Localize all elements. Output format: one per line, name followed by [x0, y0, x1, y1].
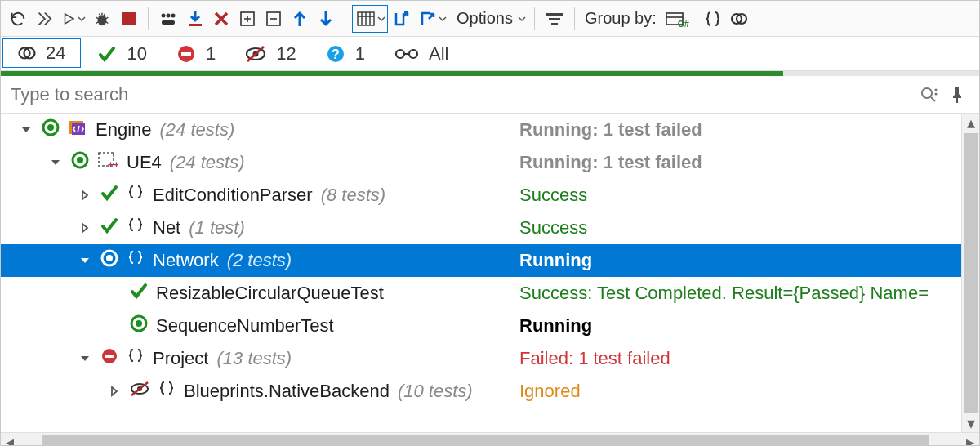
- filter-icon[interactable]: [541, 5, 568, 33]
- node-meta: (2 tests): [227, 250, 292, 271]
- svg-point-35: [77, 157, 83, 163]
- node-name: Project: [153, 348, 208, 369]
- horizontal-scrollbar[interactable]: ◂ ▸: [1, 432, 979, 446]
- tree-row-ue4[interactable]: ++UE4(24 tests)Running: 1 test failed: [1, 146, 979, 179]
- filter-total-count: 24: [46, 42, 65, 64]
- scroll-down-icon[interactable]: ▾: [962, 414, 979, 432]
- question-icon: ?: [326, 44, 345, 64]
- search-options-icon[interactable]: [915, 81, 943, 109]
- status-running-icon: [42, 118, 60, 141]
- expander-down-icon[interactable]: [78, 351, 92, 366]
- expander-down-icon[interactable]: [19, 123, 33, 137]
- stop-icon[interactable]: [117, 5, 141, 33]
- status-running-icon: [100, 249, 118, 272]
- search-input[interactable]: [9, 83, 915, 106]
- vs-project-icon: [68, 118, 87, 141]
- status-passed-icon: [100, 184, 118, 207]
- prev-failed-icon[interactable]: [287, 5, 312, 33]
- node-meta: (13 tests): [216, 348, 292, 369]
- tree-row-project[interactable]: Project(13 tests)Failed: 1 test failed: [1, 342, 979, 375]
- group-project-icon[interactable]: C#: [662, 5, 699, 33]
- run-tests-button[interactable]: [58, 5, 87, 33]
- vertical-scrollbar[interactable]: ▴ ▾: [961, 114, 979, 432]
- svg-point-4: [172, 13, 176, 17]
- scroll-left-icon[interactable]: ◂: [1, 432, 19, 447]
- status-passed-icon: [130, 282, 148, 305]
- expander-right-icon[interactable]: [78, 188, 92, 203]
- options-dropdown[interactable]: Options: [450, 5, 528, 33]
- filter-unknown-count: 1: [355, 43, 365, 65]
- node-meta: (8 tests): [321, 185, 385, 206]
- status-ignored-icon: [130, 381, 149, 402]
- namespace-icon: [127, 184, 145, 207]
- tree-row-editcond[interactable]: EditConditionParser(8 tests)Success: [1, 179, 979, 212]
- svg-point-41: [136, 320, 142, 327]
- expand-all-icon[interactable]: [235, 5, 260, 33]
- hscroll-thumb[interactable]: [42, 435, 929, 446]
- collapse-all-icon[interactable]: [261, 5, 286, 33]
- next-failed-icon[interactable]: [314, 5, 338, 33]
- delete-icon[interactable]: [209, 5, 234, 33]
- svg-point-3: [167, 13, 171, 17]
- status-running-icon: [71, 151, 89, 174]
- scroll-right-icon[interactable]: ▸: [961, 432, 979, 447]
- expander-down-icon[interactable]: [78, 253, 92, 268]
- link-icon: [394, 46, 419, 62]
- debug-tests-icon[interactable]: [89, 5, 115, 33]
- filter-ignored[interactable]: 12: [230, 37, 310, 70]
- filter-failed[interactable]: 1: [162, 37, 230, 70]
- node-name: Net: [153, 217, 180, 239]
- tree-row-engine[interactable]: Engine(24 tests)Running: 1 test failed: [1, 114, 979, 146]
- test-tree[interactable]: Engine(24 tests)Running: 1 test failed++…: [1, 114, 979, 432]
- expander-down-icon[interactable]: [48, 155, 63, 170]
- error-icon: [176, 44, 196, 64]
- expander-placeholder: [107, 319, 122, 333]
- separator: [574, 7, 575, 30]
- tree-row-net[interactable]: Net(1 test)Success: [1, 212, 979, 244]
- svg-text:++: ++: [108, 159, 118, 169]
- expander-right-icon[interactable]: [107, 384, 122, 399]
- filter-all[interactable]: All: [380, 37, 463, 70]
- namespace-icon: [127, 216, 145, 239]
- node-status: Success: Test Completed. Result={Passed}…: [519, 283, 979, 304]
- svg-rect-19: [181, 52, 191, 56]
- export-icon[interactable]: [416, 5, 448, 33]
- track-running-icon[interactable]: [155, 5, 181, 33]
- import-icon[interactable]: [183, 5, 207, 33]
- group-category-icon[interactable]: [727, 5, 751, 33]
- svg-text:?: ?: [332, 47, 340, 61]
- tree-row-resiz[interactable]: ResizableCircularQueueTestSuccess: Test …: [1, 277, 979, 310]
- filter-passed[interactable]: 10: [82, 37, 161, 70]
- tree-row-seq[interactable]: SequenceNumberTestRunning: [1, 310, 979, 342]
- tests-icon: [18, 44, 36, 62]
- svg-rect-43: [105, 355, 114, 358]
- node-meta: (10 tests): [398, 381, 473, 402]
- tree-row-bpnb[interactable]: Blueprints.NativeBackend(10 tests)Ignore…: [1, 375, 979, 408]
- expander-right-icon[interactable]: [78, 221, 92, 235]
- filter-unknown[interactable]: ? 1: [311, 37, 380, 70]
- vscroll-thumb[interactable]: [964, 133, 978, 413]
- options-label: Options: [453, 9, 516, 28]
- check-icon: [97, 44, 117, 64]
- filter-failed-count: 1: [206, 43, 216, 65]
- filter-passed-count: 10: [127, 43, 146, 65]
- scroll-up-icon[interactable]: ▴: [962, 114, 979, 132]
- node-meta: (24 tests): [160, 119, 235, 140]
- status-failed-icon: [100, 347, 118, 370]
- svg-point-2: [162, 13, 166, 17]
- node-status: Success: [519, 185, 979, 206]
- show-time-icon[interactable]: [352, 5, 388, 33]
- dock-left-icon[interactable]: [390, 5, 414, 33]
- rerun-last-icon[interactable]: [6, 5, 30, 33]
- pin-icon[interactable]: [943, 81, 971, 109]
- tree-row-network[interactable]: Network(2 tests)Running: [1, 244, 979, 277]
- filter-total[interactable]: 24: [2, 38, 81, 68]
- node-status: Ignored: [519, 381, 979, 402]
- svg-point-0: [98, 15, 107, 25]
- group-by-label: Group by:: [581, 9, 660, 28]
- svg-rect-1: [122, 12, 136, 25]
- filter-ignored-count: 12: [276, 43, 296, 65]
- run-fast-icon[interactable]: [32, 5, 56, 33]
- expander-placeholder: [107, 286, 122, 301]
- group-namespace-icon[interactable]: [701, 5, 725, 33]
